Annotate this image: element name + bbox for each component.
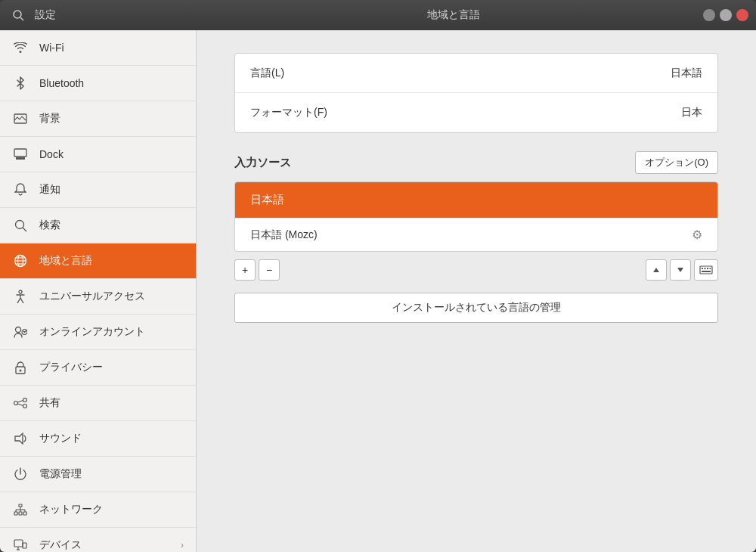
network-icon	[12, 501, 29, 518]
devices-icon	[12, 537, 29, 552]
sidebar: Wi-Fi Bluetooth 背景	[0, 30, 197, 552]
active-input-row[interactable]: 日本語	[235, 182, 717, 218]
sidebar-item-accessibility[interactable]: ユニバーサルアクセス	[0, 279, 196, 315]
input-sources-header: 入力ソース オプション(O)	[234, 151, 718, 174]
svg-rect-43	[702, 271, 711, 272]
options-button[interactable]: オプション(O)	[635, 151, 718, 174]
svg-rect-39	[702, 268, 703, 269]
input-sources-title: 入力ソース	[234, 156, 635, 170]
format-value: 日本	[681, 106, 702, 119]
sidebar-item-region[interactable]: 地域と言語	[0, 243, 196, 279]
sidebar-item-bluetooth[interactable]: Bluetooth	[0, 66, 196, 101]
language-format-card: 言語(L) 日本語 フォーマット(F) 日本	[234, 53, 718, 133]
sidebar-item-network-label: ネットワーク	[39, 503, 103, 516]
sidebar-item-power-label: 電源管理	[39, 467, 82, 481]
minimize-button[interactable]: −	[703, 9, 715, 21]
sidebar-item-devices[interactable]: デバイス ›	[0, 528, 196, 552]
main-window: 設定 地域と言語 − □ × Wi-Fi	[0, 0, 756, 552]
svg-line-22	[18, 401, 23, 403]
svg-marker-24	[15, 433, 23, 444]
svg-rect-5	[19, 157, 22, 160]
format-label: フォーマット(F)	[250, 106, 681, 119]
move-up-button[interactable]	[646, 259, 667, 281]
sidebar-item-online-accounts[interactable]: オンラインアカウント	[0, 315, 196, 350]
sidebar-item-bluetooth-label: Bluetooth	[39, 77, 84, 89]
close-button[interactable]: ×	[736, 9, 748, 21]
region-icon	[12, 253, 29, 269]
svg-point-19	[14, 402, 18, 405]
svg-point-14	[19, 290, 22, 293]
svg-point-7	[15, 220, 23, 228]
sidebar-item-sharing-label: 共有	[39, 396, 60, 410]
svg-point-15	[16, 327, 21, 333]
sidebar-item-search-label: 検索	[39, 219, 60, 232]
content-area: Wi-Fi Bluetooth 背景	[0, 30, 756, 552]
search-icon[interactable]	[8, 5, 29, 26]
mozc-row[interactable]: 日本語 (Mozc) ⚙	[235, 218, 717, 251]
wifi-icon	[12, 39, 29, 56]
svg-rect-38	[700, 266, 712, 274]
input-sources-card: 日本語 日本語 (Mozc) ⚙	[234, 181, 718, 252]
notification-icon	[12, 181, 29, 198]
svg-rect-27	[19, 512, 22, 515]
svg-rect-6	[22, 157, 25, 160]
sidebar-item-online-label: オンラインアカウント	[39, 325, 145, 339]
power-icon	[12, 466, 29, 482]
titlebar: 設定 地域と言語 − □ ×	[0, 0, 756, 30]
titlebar-settings-label: 設定	[35, 8, 56, 22]
sidebar-item-privacy[interactable]: プライバシー	[0, 350, 196, 386]
maximize-button[interactable]: □	[720, 9, 732, 21]
svg-rect-34	[14, 540, 23, 547]
mozc-label: 日本語 (Mozc)	[250, 228, 692, 242]
titlebar-center: 地域と言語	[204, 8, 703, 22]
background-icon	[12, 110, 29, 127]
sidebar-item-notification-label: 通知	[39, 183, 60, 197]
sharing-icon	[12, 395, 29, 411]
svg-rect-4	[16, 157, 19, 160]
sidebar-item-region-label: 地域と言語	[39, 254, 92, 268]
online-accounts-icon	[12, 324, 29, 340]
svg-point-0	[14, 11, 21, 18]
svg-rect-28	[23, 512, 26, 515]
sidebar-item-dock[interactable]: Dock	[0, 137, 196, 172]
language-label: 言語(L)	[250, 67, 671, 80]
sidebar-item-search[interactable]: 検索	[0, 208, 196, 243]
active-input-label: 日本語	[250, 193, 284, 206]
format-row: フォーマット(F) 日本	[235, 93, 717, 132]
svg-rect-25	[19, 504, 22, 507]
add-input-button[interactable]: +	[234, 259, 256, 281]
manage-languages-button[interactable]: インストールされている言語の管理	[234, 293, 718, 323]
wrench-icon[interactable]: ⚙	[692, 228, 702, 242]
reorder-controls	[646, 259, 691, 281]
sound-icon	[12, 430, 29, 447]
svg-point-21	[23, 405, 27, 408]
titlebar-controls: − □ ×	[703, 9, 748, 21]
svg-rect-3	[14, 149, 26, 157]
main-content-area: 言語(L) 日本語 フォーマット(F) 日本 入力ソース オプション(O) 日本…	[197, 30, 756, 552]
svg-point-20	[23, 398, 27, 402]
sidebar-item-network[interactable]: ネットワーク	[0, 492, 196, 528]
svg-line-8	[23, 228, 26, 231]
sidebar-item-privacy-label: プライバシー	[39, 361, 103, 374]
sidebar-item-sharing[interactable]: 共有	[0, 386, 196, 421]
sidebar-item-sound[interactable]: サウンド	[0, 421, 196, 457]
svg-rect-35	[23, 543, 26, 548]
svg-point-18	[20, 370, 22, 372]
svg-line-23	[18, 404, 23, 406]
remove-input-button[interactable]: −	[259, 259, 280, 281]
svg-rect-26	[14, 512, 17, 515]
keyboard-button[interactable]	[694, 259, 718, 281]
language-value: 日本語	[671, 67, 702, 80]
svg-rect-42	[710, 268, 711, 269]
sidebar-item-accessibility-label: ユニバーサルアクセス	[39, 290, 145, 303]
sidebar-item-background[interactable]: 背景	[0, 101, 196, 137]
move-down-button[interactable]	[670, 259, 691, 281]
language-row: 言語(L) 日本語	[235, 54, 717, 93]
sidebar-item-dock-label: Dock	[39, 148, 64, 160]
bluetooth-icon	[12, 75, 29, 91]
sidebar-item-background-label: 背景	[39, 112, 60, 126]
sidebar-item-wifi[interactable]: Wi-Fi	[0, 30, 196, 66]
sidebar-item-power[interactable]: 電源管理	[0, 457, 196, 492]
svg-line-1	[20, 17, 23, 20]
sidebar-item-notification[interactable]: 通知	[0, 172, 196, 208]
